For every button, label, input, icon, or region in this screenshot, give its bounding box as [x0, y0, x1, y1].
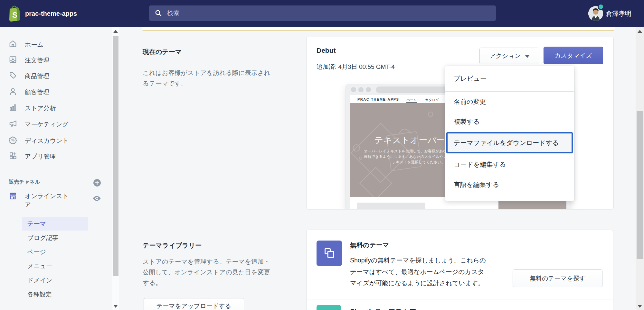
browser-dot: [351, 87, 356, 92]
sidebar-item-label: アプリ管理: [25, 152, 56, 161]
apps-icon: [9, 151, 17, 161]
preview-placeholder-bar: [357, 203, 425, 209]
menu-item-label: 複製する: [454, 117, 480, 126]
menu-item-duplicate[interactable]: 複製する: [445, 112, 574, 132]
free-themes-icon: [317, 241, 342, 266]
current-theme-title: 現在のテーマ: [143, 48, 182, 56]
menu-item-edit-code[interactable]: コードを編集する: [445, 154, 574, 175]
sidebar-item-menus[interactable]: メニュー: [22, 260, 88, 273]
store-name[interactable]: prac-theme-apps: [25, 0, 77, 27]
explore-free-themes-button[interactable]: 無料のテーマを探す: [513, 269, 602, 287]
preview-site-name: PRAC-THEME-APPS: [357, 97, 399, 101]
sidebar-item-customers[interactable]: 顧客管理: [0, 84, 111, 100]
products-icon: [9, 71, 17, 81]
browser-dot: [366, 87, 371, 92]
menu-item-label: 言語を編集する: [454, 180, 499, 189]
upload-theme-button-label: テーマをアップロードする: [156, 302, 231, 310]
sidebar-item-online-store[interactable]: オンラインストア: [9, 192, 75, 209]
theme-library-card: 無料のテーマ Shopifyの無料テーマを探しましょう。これらのテーマはすべて、…: [307, 230, 613, 310]
sidebar-item-pages[interactable]: ページ: [22, 245, 88, 259]
add-channel-icon[interactable]: [93, 179, 101, 188]
sidebar-item-label: ディスカウント: [25, 137, 69, 145]
search-icon: [155, 10, 162, 17]
sub-item-label: テーマ: [27, 220, 46, 228]
customize-button[interactable]: カスタマイズ: [544, 47, 603, 64]
theme-store-heading: Shopifyテーマストア: [350, 307, 416, 310]
explore-free-themes-label: 無料のテーマを探す: [530, 274, 585, 283]
search-input[interactable]: [166, 9, 458, 17]
current-theme-description: これはお客様がストアを訪れる際に表示されるテーマです。: [143, 68, 271, 89]
main-scrollbar-thumb[interactable]: [637, 111, 643, 259]
sidebar-item-preferences[interactable]: 各種設定: [22, 288, 88, 301]
card-row-divider: [307, 299, 613, 299]
menu-item-label: 名前の変更: [454, 97, 486, 106]
notification-dot: [598, 4, 604, 10]
theme-store-icon: [317, 305, 341, 310]
theme-library-title: テーマライブラリー: [143, 241, 202, 250]
topbar: S prac-theme-apps 倉澤孝明: [0, 0, 644, 27]
chevron-down-icon: [525, 52, 529, 59]
sidebar-item-orders[interactable]: 注文管理: [0, 52, 111, 68]
customize-button-label: カスタマイズ: [554, 51, 592, 60]
sidebar-item-label: 商品管理: [25, 72, 49, 80]
upload-theme-button[interactable]: テーマをアップロードする: [144, 298, 244, 310]
orders-icon: [9, 55, 17, 65]
sidebar-item-label: マーケティング: [25, 120, 69, 129]
actions-button-label: アクション: [489, 52, 521, 60]
shopify-logo-icon[interactable]: S: [7, 5, 21, 23]
menu-item-preview[interactable]: プレビュー: [445, 66, 574, 92]
sidebar-item-label: オンラインストア: [25, 192, 75, 209]
svg-text:S: S: [12, 11, 17, 19]
scroll-up-icon[interactable]: [113, 30, 118, 33]
browser-dot: [358, 87, 364, 92]
sub-item-label: 各種設定: [27, 290, 52, 299]
sidebar-item-apps[interactable]: アプリ管理: [0, 149, 111, 164]
section-divider: [143, 220, 613, 220]
sidebar-item-home[interactable]: ホーム: [0, 37, 111, 52]
sidebar-item-marketing[interactable]: マーケティング: [0, 116, 111, 132]
sidebar-item-label: ホーム: [25, 41, 43, 49]
sidebar-item-discounts[interactable]: % ディスカウント: [0, 133, 111, 149]
sidebar-item-analytics[interactable]: ストア分析: [0, 100, 111, 116]
sub-item-label: ページ: [27, 248, 46, 256]
search-bar[interactable]: [149, 5, 496, 21]
sub-item-label: ブログ記事: [27, 234, 58, 242]
actions-dropdown-menu: プレビュー 名前の変更 複製する テーマファイルをダウンロードする コードを編集…: [445, 66, 574, 201]
sidebar-item-label: ストア分析: [25, 104, 56, 113]
sales-channels-header: 販売チャネル: [9, 179, 40, 186]
sidebar-scrollbar-thumb[interactable]: [113, 36, 118, 276]
menu-item-label: コードを編集する: [454, 160, 506, 169]
theme-name: Debut: [317, 47, 336, 54]
home-icon: [9, 40, 17, 50]
menu-item-label: プレビュー: [454, 74, 487, 83]
main-scrollbar[interactable]: [636, 27, 644, 310]
preview-nav-home: ホーム: [406, 98, 417, 103]
marketing-icon: [9, 119, 17, 129]
theme-library-description: ストアのテーマを管理する。テーマを追加・公開して、オンラインストアの見た目を変更…: [143, 256, 273, 288]
scroll-down-icon[interactable]: [638, 305, 642, 308]
theme-added-date: 追加済: 4月3日 00:55 GMT-4: [317, 63, 395, 71]
scroll-up-icon[interactable]: [638, 30, 642, 33]
sidebar-item-products[interactable]: 商品管理: [0, 68, 111, 84]
free-themes-heading: 無料のテーマ: [350, 241, 389, 250]
menu-item-edit-languages[interactable]: 言語を編集する: [445, 175, 574, 195]
banner-bottom-edge: [142, 27, 615, 31]
user-name[interactable]: 倉澤孝明: [606, 0, 631, 27]
sidebar-scrollbar[interactable]: [112, 27, 119, 310]
view-store-eye-icon[interactable]: [92, 195, 101, 203]
actions-button[interactable]: アクション: [479, 48, 539, 64]
menu-item-rename[interactable]: 名前の変更: [445, 92, 574, 112]
sidebar-item-themes[interactable]: テーマ: [22, 217, 88, 231]
sub-item-label: メニュー: [27, 262, 52, 270]
menu-item-download-theme-file[interactable]: テーマファイルをダウンロードする: [446, 132, 573, 153]
scroll-down-icon[interactable]: [113, 305, 118, 308]
svg-text:%: %: [11, 138, 15, 142]
shopify-admin: S prac-theme-apps 倉澤孝明: [0, 0, 644, 310]
preview-nav-catalog: カタログ: [425, 98, 439, 102]
menu-item-label: テーマファイルをダウンロードする: [454, 139, 559, 147]
sub-item-label: ドメイン: [27, 276, 52, 285]
sidebar-item-blog-posts[interactable]: ブログ記事: [22, 231, 88, 245]
discounts-icon: %: [9, 136, 17, 146]
sidebar-item-domains[interactable]: ドメイン: [22, 274, 88, 287]
free-themes-body: Shopifyの無料テーマを探しましょう。これらのテーマはすべて、最適なホームペ…: [350, 255, 487, 289]
